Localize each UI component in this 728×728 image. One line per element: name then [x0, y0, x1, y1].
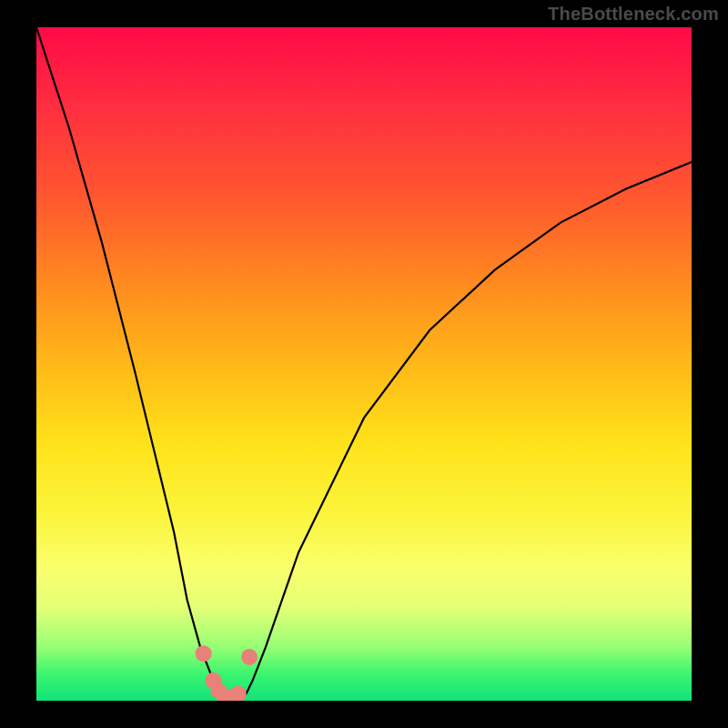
watermark-text: TheBottleneck.com: [548, 4, 719, 25]
bottleneck-curve-path: [36, 27, 692, 701]
marker-dot: [196, 645, 212, 662]
chart-canvas: TheBottleneck.com: [0, 0, 728, 728]
plot-area: [36, 27, 692, 701]
marker-group: [196, 645, 258, 701]
marker-dot: [241, 649, 258, 665]
curve-layer: [36, 27, 692, 701]
marker-dot: [230, 686, 247, 701]
